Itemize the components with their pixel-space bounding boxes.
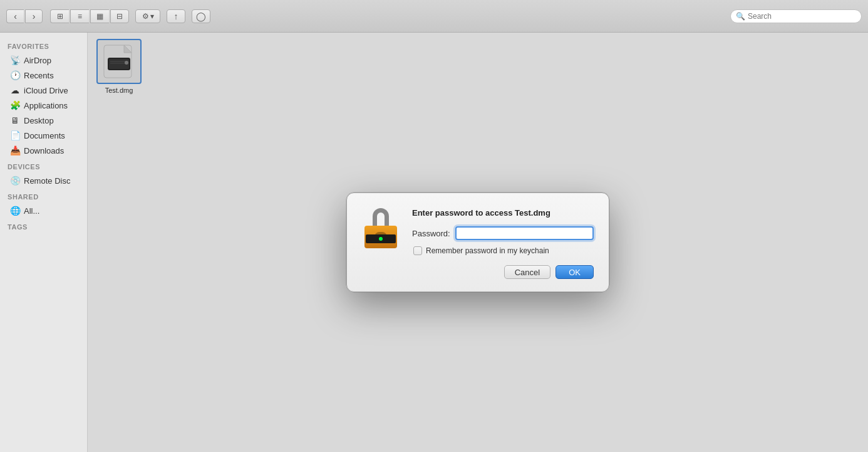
action-button[interactable]: ⚙ ▾ bbox=[135, 9, 160, 23]
search-icon: 🔍 bbox=[736, 12, 745, 21]
sidebar-item-applications[interactable]: 🧩 Applications bbox=[3, 98, 85, 113]
sidebar-item-label: All... bbox=[24, 206, 39, 216]
tags-section-title: Tags bbox=[0, 218, 87, 233]
share-button[interactable]: ↑ bbox=[167, 9, 185, 23]
cancel-button[interactable]: Cancel bbox=[504, 265, 550, 279]
downloads-icon: 📥 bbox=[10, 145, 20, 155]
dialog-title: Enter password to access Test.dmg bbox=[412, 208, 594, 218]
view-cover-button[interactable]: ⊟ bbox=[110, 9, 129, 23]
sidebar-item-label: AirDrop bbox=[24, 56, 51, 65]
remember-label: Remember password in my keychain bbox=[426, 246, 549, 255]
sidebar-item-icloud[interactable]: ☁ iCloud Drive bbox=[3, 83, 85, 98]
sidebar-item-all[interactable]: 🌐 All... bbox=[3, 203, 85, 218]
search-box[interactable]: 🔍 bbox=[730, 9, 862, 23]
cover-icon: ⊟ bbox=[116, 12, 123, 21]
back-button[interactable]: ‹ bbox=[6, 9, 24, 23]
lock-icon bbox=[364, 208, 400, 248]
main-content: Favorites 📡 AirDrop 🕐 Recents ☁ iCloud D… bbox=[0, 33, 868, 452]
view-list-button[interactable]: ≡ bbox=[70, 9, 89, 23]
password-field: Password: bbox=[412, 226, 594, 240]
lock-body bbox=[364, 226, 397, 248]
lock-shackle bbox=[373, 208, 389, 226]
finder-window: ‹ › ⊞ ≡ ▦ ⊟ ⚙ ▾ ↑ bbox=[0, 0, 868, 452]
icloud-icon: ☁ bbox=[10, 85, 20, 95]
sidebar-item-label: Documents bbox=[24, 131, 65, 140]
list-icon: ≡ bbox=[78, 12, 82, 21]
sidebar: Favorites 📡 AirDrop 🕐 Recents ☁ iCloud D… bbox=[0, 33, 88, 452]
sidebar-item-remote-disc[interactable]: 💿 Remote Disc bbox=[3, 173, 85, 188]
devices-section-title: Devices bbox=[0, 158, 87, 173]
sidebar-item-label: Desktop bbox=[24, 116, 54, 125]
sidebar-item-desktop[interactable]: 🖥 Desktop bbox=[3, 113, 85, 128]
password-label: Password: bbox=[412, 229, 450, 238]
sidebar-item-airdrop[interactable]: 📡 AirDrop bbox=[3, 53, 85, 68]
share-icon: ↑ bbox=[174, 11, 178, 21]
tag-icon: ◯ bbox=[196, 11, 206, 21]
recents-icon: 🕐 bbox=[10, 70, 20, 80]
remote-disc-icon: 💿 bbox=[10, 176, 20, 186]
sidebar-item-label: Remote Disc bbox=[24, 176, 70, 186]
gear-icon: ⚙ bbox=[142, 12, 149, 21]
dialog-content: Enter password to access Test.dmg Passwo… bbox=[362, 208, 594, 255]
sidebar-item-documents[interactable]: 📄 Documents bbox=[3, 128, 85, 143]
sidebar-item-label: Applications bbox=[24, 101, 68, 110]
applications-icon: 🧩 bbox=[10, 100, 20, 110]
columns-icon: ▦ bbox=[96, 12, 103, 21]
grid-icon: ⊞ bbox=[57, 12, 63, 21]
sidebar-item-label: Downloads bbox=[24, 146, 64, 155]
view-columns-button[interactable]: ▦ bbox=[90, 9, 109, 23]
modal-overlay: Enter password to access Test.dmg Passwo… bbox=[88, 33, 868, 452]
sidebar-item-label: iCloud Drive bbox=[24, 86, 68, 95]
search-input[interactable] bbox=[748, 12, 856, 21]
lock-led bbox=[379, 237, 383, 241]
nav-buttons: ‹ › bbox=[6, 9, 43, 23]
back-icon: ‹ bbox=[14, 11, 17, 21]
dialog-text: Enter password to access Test.dmg Passwo… bbox=[412, 208, 594, 255]
shared-section-title: Shared bbox=[0, 188, 87, 203]
sidebar-item-label: Recents bbox=[24, 71, 54, 80]
sidebar-item-recents[interactable]: 🕐 Recents bbox=[3, 68, 85, 83]
dialog-buttons: Cancel OK bbox=[362, 265, 594, 279]
documents-icon: 📄 bbox=[10, 130, 20, 140]
all-icon: 🌐 bbox=[10, 206, 20, 216]
lock-label-strip bbox=[366, 234, 396, 243]
toolbar: ‹ › ⊞ ≡ ▦ ⊟ ⚙ ▾ ↑ bbox=[0, 0, 868, 33]
desktop-icon: 🖥 bbox=[10, 115, 20, 125]
chevron-down-icon: ▾ bbox=[150, 12, 154, 21]
remember-checkbox[interactable] bbox=[413, 246, 422, 255]
password-dialog: Enter password to access Test.dmg Passwo… bbox=[346, 192, 609, 292]
view-icon-button[interactable]: ⊞ bbox=[50, 9, 69, 23]
tag-button[interactable]: ◯ bbox=[192, 9, 210, 23]
file-area: Test.dmg bbox=[88, 33, 868, 452]
password-input[interactable] bbox=[455, 226, 594, 240]
view-buttons: ⊞ ≡ ▦ ⊟ bbox=[50, 9, 129, 23]
favorites-section-title: Favorites bbox=[0, 38, 87, 53]
remember-row: Remember password in my keychain bbox=[412, 246, 594, 255]
forward-icon: › bbox=[33, 11, 36, 21]
ok-button[interactable]: OK bbox=[555, 265, 594, 279]
lock-icon-wrapper bbox=[362, 208, 402, 248]
airdrop-icon: 📡 bbox=[10, 55, 20, 65]
forward-button[interactable]: › bbox=[25, 9, 43, 23]
sidebar-item-downloads[interactable]: 📥 Downloads bbox=[3, 143, 85, 158]
